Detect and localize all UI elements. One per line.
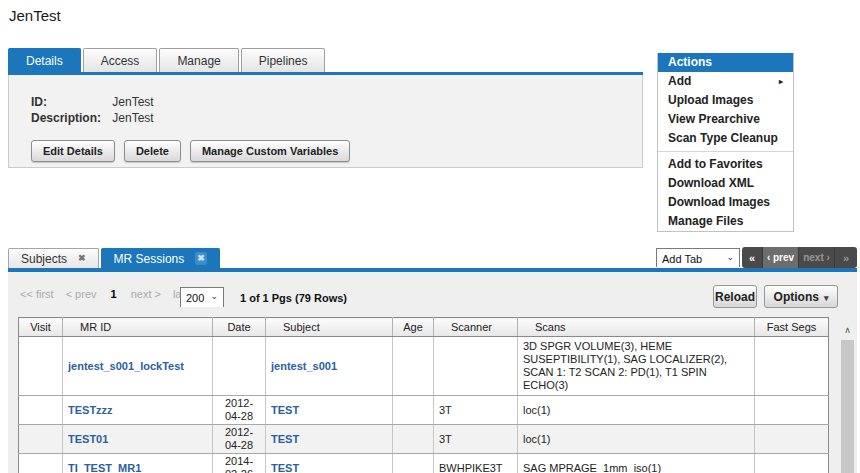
pagination-first: << first <box>20 288 54 300</box>
column-header-age[interactable]: Age <box>393 318 434 337</box>
column-header-scans[interactable]: Scans <box>518 318 755 337</box>
tab-access[interactable]: Access <box>83 48 158 72</box>
scroll-up-icon[interactable]: ∧ <box>839 317 856 335</box>
subject-link[interactable]: TEST <box>271 462 299 473</box>
menu-item-download-xml[interactable]: Download XML <box>658 174 793 193</box>
table-header-row: Visit MR ID Date Subject Age Scanner Sca… <box>19 318 829 337</box>
reload-button[interactable]: Reload <box>713 285 757 308</box>
mr-id-link[interactable]: TI_TEST_MR1 <box>68 462 141 473</box>
scans-cell: SAG MPRAGE_1mm_iso(1) <box>518 454 755 473</box>
column-header-subject[interactable]: Subject <box>266 318 393 337</box>
menu-item-view-prearchive[interactable]: View Prearchive <box>658 110 793 129</box>
menu-item-upload-images[interactable]: Upload Images <box>658 91 793 110</box>
manage-custom-variables-button[interactable]: Manage Custom Variables <box>190 140 350 162</box>
table-row: TI_TEST_MR1 2014-02-26 TEST BWHPIKE3T SA… <box>19 454 829 473</box>
scans-cell: loc(1) <box>518 396 755 425</box>
tab-manage[interactable]: Manage <box>159 48 238 72</box>
tab-details[interactable]: Details <box>8 48 81 72</box>
menu-item-add[interactable]: Add ▸ <box>658 72 793 91</box>
table-row: TEST01 2012-04-28 TEST 3T loc(1) <box>19 425 829 454</box>
mr-id-link[interactable]: jentest_s001_lockTest <box>68 360 184 372</box>
page-size-select-wrap: 200 ⌄ <box>180 287 224 307</box>
subject-link[interactable]: TEST <box>271 433 299 445</box>
mr-id-link[interactable]: TESTzzz <box>68 404 113 416</box>
detail-tabstrip: Details Access Manage Pipelines <box>8 48 325 72</box>
menu-item-add-to-favorites[interactable]: Add to Favorites <box>658 155 793 174</box>
scans-cell: loc(1) <box>518 425 755 454</box>
options-button[interactable]: Options▾ <box>764 285 838 308</box>
tab-pager-next-button: next › <box>799 247 835 268</box>
mr-sessions-table: Visit MR ID Date Subject Age Scanner Sca… <box>18 317 829 473</box>
xnat-project-page: JenTest Details Access Manage Pipelines … <box>0 0 860 473</box>
id-label: ID: <box>31 94 109 110</box>
table-row: TESTzzz 2012-04-28 TEST 3T loc(1) <box>19 396 829 425</box>
add-tab-select[interactable]: Add Tab <box>657 251 739 268</box>
subject-link[interactable]: jentest_s001 <box>271 360 337 372</box>
tab-pager-first-button[interactable]: « <box>742 247 763 268</box>
column-header-visit[interactable]: Visit <box>19 318 63 337</box>
pagination-summary: 1 of 1 Pgs (79 Rows) <box>240 292 347 304</box>
close-icon[interactable]: ✖ <box>78 254 86 263</box>
subject-link[interactable]: TEST <box>271 404 299 416</box>
column-header-mr-id[interactable]: MR ID <box>63 318 213 337</box>
data-tabstrip: Subjects ✖ MR Sessions ✖ <box>8 248 220 268</box>
submenu-arrow-icon: ▸ <box>779 75 783 88</box>
scrollbar-thumb[interactable] <box>841 340 854 473</box>
tab-pager-prev-button[interactable]: ‹ prev <box>763 247 799 268</box>
tab-pager-last-button: » <box>835 247 857 268</box>
column-header-scanner[interactable]: Scanner <box>434 318 518 337</box>
delete-button[interactable]: Delete <box>124 140 181 162</box>
tab-subjects[interactable]: Subjects ✖ <box>8 248 99 268</box>
menu-divider <box>658 151 793 152</box>
actions-menu-header: Actions <box>658 53 793 72</box>
edit-details-button[interactable]: Edit Details <box>31 140 115 162</box>
menu-item-download-images[interactable]: Download Images <box>658 193 793 212</box>
menu-item-manage-files[interactable]: Manage Files <box>658 212 793 231</box>
tab-mr-sessions[interactable]: MR Sessions ✖ <box>101 248 220 268</box>
pagination-prev: < prev <box>66 288 97 300</box>
id-value: JenTest <box>112 95 153 109</box>
details-panel: ID: JenTest Description: JenTest Edit De… <box>8 75 643 168</box>
actions-menu: Actions Add ▸ Upload Images View Prearch… <box>657 53 794 232</box>
menu-item-scan-type-cleanup[interactable]: Scan Type Cleanup <box>658 129 793 148</box>
mr-id-link[interactable]: TEST01 <box>68 433 108 445</box>
column-header-fast-segs[interactable]: Fast Segs <box>755 318 829 337</box>
chevron-down-icon: ▾ <box>824 293 829 303</box>
page-title: JenTest <box>9 7 61 24</box>
tab-pipelines[interactable]: Pipelines <box>241 48 326 72</box>
tab-pager: « ‹ prev next › » <box>742 247 857 268</box>
description-label: Description: <box>31 110 109 126</box>
add-tab-select-wrap: Add Tab ⌄ <box>656 248 740 267</box>
scans-cell: 3D SPGR VOLUME(3), HEME SUSEPTIBILITY(1)… <box>518 337 755 396</box>
description-value: JenTest <box>112 111 153 125</box>
close-icon[interactable]: ✖ <box>195 252 207 265</box>
table-row: jentest_s001_lockTest jentest_s001 3D SP… <box>19 337 829 396</box>
column-header-date[interactable]: Date <box>213 318 266 337</box>
pagination-current-page: 1 <box>111 288 117 300</box>
page-size-select[interactable]: 200 <box>181 289 223 307</box>
pagination-next: next > <box>131 288 161 300</box>
table-scrollbar[interactable]: ∧ <box>839 317 856 473</box>
